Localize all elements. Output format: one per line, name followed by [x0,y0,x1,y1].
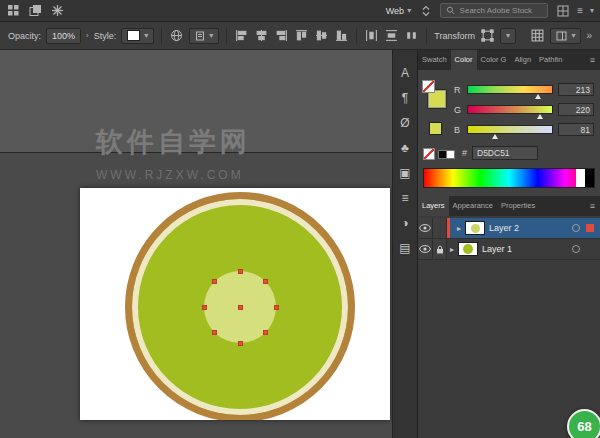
anchor-point[interactable] [238,269,243,274]
opacity-value-box[interactable]: 100% [46,28,81,44]
anchor-point[interactable] [212,279,217,284]
expand-arrow-icon[interactable]: ▸ [454,224,461,233]
red-channel-slider[interactable] [467,85,553,94]
workspace-chevron-icon[interactable]: ▾ [590,7,594,15]
target-circle-icon[interactable] [572,224,580,232]
arrange-panel-dropdown[interactable]: ▾ [550,28,581,44]
anchor-point[interactable] [238,341,243,346]
layer-row-content[interactable]: ▸ Layer 1 [447,239,600,259]
green-channel-slider[interactable] [467,105,553,114]
anchor-point[interactable] [263,330,268,335]
green-channel-value[interactable]: 220 [558,103,594,116]
green-channel-row: G 220 [454,103,594,116]
tab-appearance[interactable]: Appearance [449,196,497,216]
spectrum-black-swatch[interactable] [585,169,594,187]
stock-grid-icon[interactable] [555,3,570,18]
red-channel-value[interactable]: 213 [558,83,594,96]
distribute-horizontal-icon[interactable] [364,28,379,43]
white-swatch[interactable] [446,150,455,159]
chevron-down-icon: ▾ [571,32,575,40]
workspace-menu-icon[interactable]: ≡ [577,6,583,16]
separator [161,28,162,44]
sync-icon[interactable] [418,3,433,18]
style-dropdown[interactable]: ▾ [121,28,154,44]
more-options-dropdown[interactable]: ▾ [500,28,516,44]
touch-workspace-icon[interactable] [50,3,65,18]
arrange-documents-icon[interactable] [6,3,21,18]
tab-properties[interactable]: Properties [497,196,539,216]
dock-icon-type[interactable]: A [393,60,417,85]
layers-panel-tabs: Layers Appearance Properties ≡ [418,196,600,216]
blue-channel-slider[interactable] [467,125,553,134]
layers-panel-menu-icon[interactable]: ≡ [585,196,600,216]
expand-arrow-icon[interactable]: ▸ [447,245,454,254]
dock-icon-artboards[interactable]: ▤ [393,235,417,260]
distribute-spacing-icon[interactable] [404,28,419,43]
adobe-stock-search[interactable] [440,3,548,18]
visibility-toggle[interactable] [418,218,433,238]
center-anchor-point[interactable] [238,305,243,310]
chevron-down-icon: ▾ [506,32,510,40]
tab-swatches[interactable]: Swatch [418,50,451,70]
document-windows-icon[interactable] [28,3,43,18]
red-slider-handle[interactable] [535,94,541,99]
bounding-box-icon[interactable] [480,28,495,43]
swatches-icon: ▣ [399,166,410,180]
tab-color[interactable]: Color [451,50,477,70]
dock-icon-appearance[interactable]: ≡ [393,185,417,210]
anchor-point[interactable] [212,330,217,335]
overflow-chevron-icon[interactable]: » [586,31,592,41]
lock-icon [436,245,444,254]
distribute-vertical-icon[interactable] [384,28,399,43]
layer-row-layer2[interactable]: ▸ Layer 2 [418,218,600,239]
align-vertical-center-icon[interactable] [314,28,329,43]
visibility-toggle[interactable] [418,239,433,259]
tab-color-guide[interactable]: Color G [477,50,511,70]
active-color-swatch[interactable] [429,122,442,135]
anchor-point[interactable] [202,305,207,310]
tab-layers[interactable]: Layers [418,196,449,216]
align-horizontal-center-icon[interactable] [254,28,269,43]
layer-name[interactable]: Layer 1 [482,244,568,254]
hex-label: # [462,148,467,158]
transform-link[interactable]: Transform [434,31,475,41]
target-circle-icon[interactable] [572,245,580,253]
dock-icon-paragraph[interactable]: ¶ [393,85,417,110]
align-right-icon[interactable] [274,28,289,43]
hex-value-field[interactable]: D5DC51 [472,146,538,160]
blue-channel-label: B [454,125,462,135]
artboard[interactable] [80,188,390,420]
align-bottom-icon[interactable] [334,28,349,43]
view-options-dropdown[interactable]: ▾ [189,28,219,44]
blue-slider-handle[interactable] [492,134,498,139]
document-grid-icon[interactable] [530,28,545,43]
align-left-icon[interactable] [234,28,249,43]
lock-toggle[interactable] [433,218,447,238]
tab-pathfinder[interactable]: Pathfin [535,50,566,70]
stroke-proxy-none[interactable] [422,80,435,93]
dock-icon-color-guide[interactable]: ◑ [393,210,417,235]
color-panel-menu-icon[interactable]: ≡ [585,50,600,70]
anchor-point[interactable] [274,305,279,310]
color-spectrum-bar[interactable] [423,168,595,188]
search-input[interactable] [460,6,543,15]
layer-color-bar [447,218,450,238]
lock-toggle[interactable] [433,239,447,259]
dock-icon-symbols[interactable]: ♣ [393,135,417,160]
none-swatch[interactable] [423,148,435,160]
canvas-area[interactable]: 软件自学网 WWW.RJZXW.COM [0,50,392,438]
tab-align[interactable]: Align [510,50,535,70]
spectrum-white-swatch[interactable] [576,169,585,187]
green-slider-handle[interactable] [537,114,543,119]
dock-icon-stroke[interactable]: Ø [393,110,417,135]
blue-channel-value[interactable]: 81 [558,123,594,136]
dock-icon-swatches[interactable]: ▣ [393,160,417,185]
anchor-point[interactable] [263,279,268,284]
layer-name[interactable]: Layer 2 [489,223,568,233]
layer-row-content[interactable]: ▸ Layer 2 [447,218,600,238]
layer-row-layer1[interactable]: ▸ Layer 1 [418,239,600,260]
align-top-icon[interactable] [294,28,309,43]
document-profile-dropdown[interactable]: Web ▾ [386,6,411,16]
web-preview-globe-icon[interactable] [169,28,184,43]
opacity-stepper-icon[interactable]: › [86,32,89,40]
